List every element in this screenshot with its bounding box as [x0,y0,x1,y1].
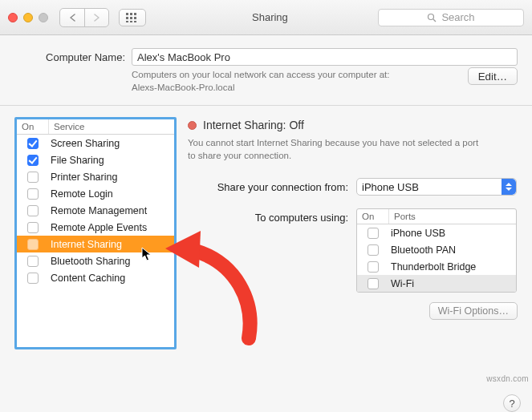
port-name: iPhone USB [389,228,516,239]
port-name: Bluetooth PAN [389,244,516,256]
service-row[interactable]: Remote Apple Events [17,219,174,236]
port-checkbox[interactable] [368,278,379,289]
port-row[interactable]: Thunderbolt Bridge [357,258,516,275]
help-button[interactable]: ? [503,394,521,412]
service-row[interactable]: Screen Sharing [17,135,174,151]
service-row[interactable]: Bluetooth Sharing [17,252,174,269]
service-checkbox[interactable] [27,222,39,233]
service-checkbox[interactable] [27,188,39,200]
service-row[interactable]: Content Caching [17,269,174,286]
service-detail: Internet Sharing: Off You cannot start I… [188,117,518,398]
port-row[interactable]: Bluetooth PAN [357,241,516,258]
ports-list[interactable]: On Ports iPhone USBBluetooth PANThunderb… [356,208,517,293]
close-window-button[interactable] [8,13,18,22]
port-checkbox[interactable] [368,261,379,273]
port-row[interactable]: iPhone USB [357,224,516,241]
port-name: Thunderbolt Bridge [389,261,516,273]
search-icon [427,13,437,22]
zoom-window-button[interactable] [39,13,48,22]
service-name: Internet Sharing [49,239,174,250]
svg-rect-4 [130,17,132,19]
svg-rect-6 [126,21,128,22]
status-indicator-icon [188,121,197,130]
service-name: Remote Management [49,205,174,216]
window-controls [8,13,48,22]
service-header-on: On [17,119,49,134]
window-title: Sharing [252,11,288,23]
svg-rect-3 [126,17,128,19]
port-checkbox[interactable] [368,244,379,256]
port-checkbox[interactable] [368,228,379,239]
service-row[interactable]: Internet Sharing [17,236,174,252]
select-arrows-icon [502,179,516,195]
watermark: wsxdn.com [486,374,529,383]
svg-rect-1 [130,13,132,15]
service-list[interactable]: On Service Screen SharingFile SharingPri… [14,117,177,349]
show-all-button[interactable] [119,9,146,26]
computer-name-label: Computer Name: [14,51,125,63]
computer-name-hint: Computers on your local network can acce… [132,69,390,94]
svg-line-10 [433,19,436,22]
minimize-window-button[interactable] [23,13,33,22]
service-checkbox[interactable] [27,172,39,183]
ports-header-on: On [357,209,389,224]
svg-rect-7 [130,21,132,22]
service-checkbox[interactable] [27,155,39,166]
computer-name-input[interactable] [132,48,518,66]
search-placeholder: Search [441,11,474,23]
edit-hostname-button[interactable]: Edit… [468,67,518,85]
share-from-label: Share your connection from: [188,181,348,193]
service-checkbox[interactable] [27,239,39,250]
wifi-options-button[interactable]: Wi-Fi Options… [429,302,518,320]
service-name: Bluetooth Sharing [49,256,174,267]
service-list-header: On Service [17,119,174,135]
service-row[interactable]: File Sharing [17,151,174,168]
computer-name-panel: Computer Name: Computers on your local n… [0,35,532,106]
service-row[interactable]: Printer Sharing [17,168,174,185]
back-button[interactable] [60,9,84,26]
status-title: Internet Sharing: Off [203,119,304,131]
service-checkbox[interactable] [27,256,39,267]
status-description: You cannot start Internet Sharing becaus… [188,136,485,162]
grid-icon [126,13,139,22]
service-checkbox[interactable] [27,138,39,149]
service-header-service: Service [49,119,174,134]
svg-rect-8 [134,21,136,22]
service-checkbox[interactable] [27,273,39,284]
port-name: Wi-Fi [389,278,516,289]
share-from-value: iPhone USB [362,181,419,193]
service-row[interactable]: Remote Management [17,202,174,219]
main-content: On Service Screen SharingFile SharingPri… [0,106,532,412]
to-computers-label: To computers using: [188,208,348,224]
forward-button[interactable] [84,9,108,26]
share-from-select[interactable]: iPhone USB [356,178,517,196]
search-field[interactable]: Search [378,9,524,26]
svg-rect-2 [134,13,136,15]
service-name: Printer Sharing [49,172,174,183]
service-name: Remote Login [49,188,174,200]
service-name: Screen Sharing [49,138,174,149]
service-name: Remote Apple Events [49,222,174,233]
svg-point-9 [428,14,434,19]
ports-header-ports: Ports [389,209,516,224]
svg-rect-0 [126,13,128,15]
port-row[interactable]: Wi-Fi [357,275,516,292]
nav-back-forward [59,8,109,27]
ports-header: On Ports [357,209,516,224]
service-name: Content Caching [49,273,174,284]
service-row[interactable]: Remote Login [17,185,174,202]
titlebar: Sharing Search [0,0,532,35]
svg-rect-5 [134,17,136,19]
service-name: File Sharing [49,155,174,166]
service-checkbox[interactable] [27,205,39,216]
